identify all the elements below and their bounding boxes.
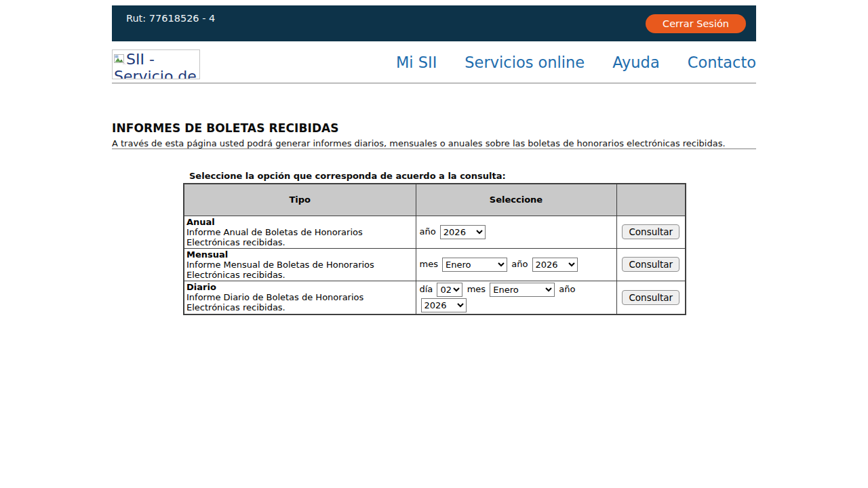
report-options-table: Tipo Seleccione Anual Informe Anual de B… — [183, 183, 686, 315]
sii-logo-broken-image[interactable]: SII - Servicio de — [112, 49, 200, 79]
row-mensual-description: Informe Mensual de Boletas de Honorarios… — [186, 260, 374, 280]
rut-label: Rut: 77618526 - 4 — [126, 13, 215, 41]
mensual-mes-label: mes — [420, 259, 438, 269]
diario-ano-select[interactable]: 2026 — [421, 298, 467, 312]
logout-button[interactable]: Cerrar Sesión — [646, 14, 746, 33]
section-divider — [112, 148, 756, 150]
table-row-anual: Anual Informe Anual de Boletas de Honora… — [184, 216, 686, 248]
page-title: INFORMES DE BOLETAS RECIBIDAS — [112, 121, 756, 135]
main-nav: Mi SII Servicios online Ayuda Contacto — [396, 54, 756, 71]
table-row-diario: Diario Informe Diario de Boletas de Hono… — [184, 281, 686, 314]
header-divider — [112, 83, 756, 84]
row-mensual-type: Mensual — [186, 249, 228, 260]
site-header: SII - Servicio de Mi SII Servicios onlin… — [112, 41, 756, 83]
row-diario-description: Informe Diario de Boletas de Honorarios … — [186, 292, 363, 312]
nav-ayuda[interactable]: Ayuda — [612, 54, 660, 71]
anual-ano-label: año — [420, 226, 436, 237]
diario-ano-label: año — [559, 284, 575, 294]
session-topbar: Rut: 77618526 - 4 Cerrar Sesión — [112, 5, 756, 41]
nav-contacto[interactable]: Contacto — [688, 54, 756, 71]
mensual-ano-label: año — [511, 259, 528, 269]
table-prompt: Seleccione la opción que corresponda de … — [183, 171, 685, 181]
row-diario-type: Diario — [186, 282, 216, 292]
mensual-mes-select[interactable]: Enero — [442, 258, 507, 272]
row-anual-description: Informe Anual de Boletas de Honorarios E… — [186, 227, 363, 247]
row-anual-type: Anual — [186, 217, 215, 227]
page-container: Rut: 77618526 - 4 Cerrar Sesión SII - Se… — [112, 5, 756, 315]
diario-consultar-button[interactable]: Consultar — [622, 290, 679, 305]
table-row-mensual: Mensual Informe Mensual de Boletas de Ho… — [184, 248, 686, 281]
mensual-consultar-button[interactable]: Consultar — [622, 257, 679, 272]
header-seleccione: Seleccione — [416, 184, 616, 216]
mensual-ano-select[interactable]: 2026 — [532, 258, 578, 272]
diario-mes-label: mes — [467, 284, 486, 294]
table-header-row: Tipo Seleccione — [184, 184, 686, 216]
broken-image-icon — [114, 51, 125, 68]
page-description: A través de esta página usted podrá gene… — [112, 138, 756, 148]
anual-ano-select[interactable]: 2026 — [440, 225, 486, 239]
anual-consultar-button[interactable]: Consultar — [622, 224, 679, 239]
header-tipo: Tipo — [184, 184, 416, 216]
consulta-section: Seleccione la opción que corresponda de … — [183, 171, 685, 315]
diario-mes-select[interactable]: Enero — [490, 283, 555, 297]
nav-servicios-online[interactable]: Servicios online — [465, 54, 585, 71]
diario-dia-select[interactable]: 02 — [437, 283, 462, 297]
diario-dia-label: día — [420, 284, 433, 294]
header-accion — [616, 184, 686, 216]
logo-alt-text: SII - Servicio de — [114, 51, 197, 79]
nav-mi-sii[interactable]: Mi SII — [396, 54, 437, 71]
